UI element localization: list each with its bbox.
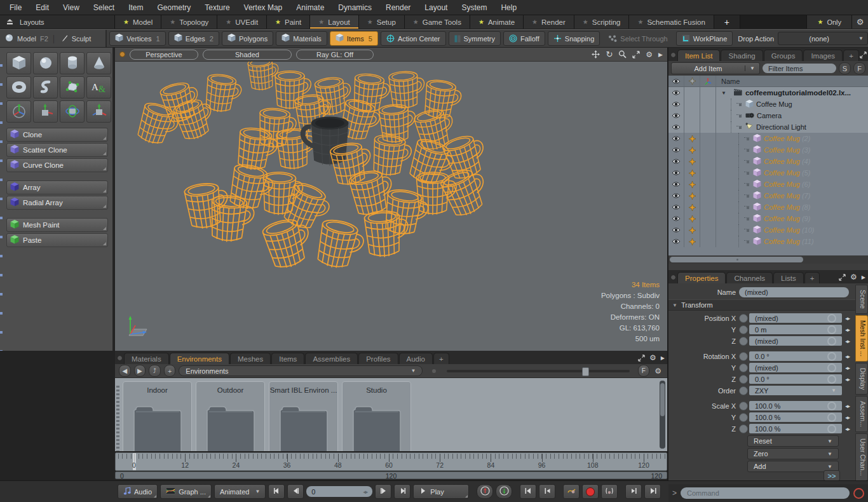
scroll-thumb[interactable] xyxy=(660,383,665,416)
auto-key-up-button[interactable] xyxy=(477,484,493,499)
wireframe-mug[interactable] xyxy=(235,126,280,173)
visibility-toggle[interactable] xyxy=(668,201,684,213)
tool-button-array[interactable]: Array xyxy=(6,180,108,194)
lock-toggle[interactable] xyxy=(684,213,700,224)
mini-slider-arrows[interactable]: ◂▸ xyxy=(842,353,853,360)
properties-tab-+[interactable]: + xyxy=(804,272,820,283)
layout-tab-layout[interactable]: ★Layout xyxy=(310,15,359,29)
shade-mode-button[interactable]: Shaded xyxy=(203,50,292,60)
channel-toggle-icon[interactable] xyxy=(739,413,748,422)
action-center-button[interactable]: Action Center xyxy=(381,31,446,46)
browser-tab-assemblies[interactable]: Assemblies xyxy=(305,353,358,364)
previous-frame-button[interactable] xyxy=(287,484,304,499)
mini-slider-arrows[interactable]: ◂▸ xyxy=(842,403,853,409)
menu-item-view[interactable]: View xyxy=(56,1,86,15)
wireframe-mug[interactable] xyxy=(172,95,218,143)
menu-item-system[interactable]: System xyxy=(454,1,494,15)
value-field[interactable]: 100.0 % xyxy=(749,412,842,422)
item-list-tab-shading[interactable]: Shading xyxy=(721,50,763,61)
symmetry-button[interactable]: Symmetry xyxy=(449,31,501,46)
slider-thumb[interactable] xyxy=(582,367,589,376)
mode-button-polygons[interactable]: Polygons xyxy=(222,31,273,46)
next-frame-button[interactable] xyxy=(375,484,391,499)
browser-tab-profiles[interactable]: Profiles xyxy=(358,353,398,364)
scroll-thumb[interactable] xyxy=(670,257,803,262)
resize-grip[interactable] xyxy=(116,386,119,451)
mode-button-materials[interactable]: Materials xyxy=(276,31,327,46)
item-row-coffee-mug-5-[interactable]: Coffee Mug(5) xyxy=(668,167,868,179)
palette-helix-primitive-button[interactable] xyxy=(33,76,58,98)
current-frame-input[interactable]: 0◂▸ xyxy=(306,486,372,497)
rotate-icon[interactable]: ↻ xyxy=(606,50,613,59)
visibility-toggle[interactable] xyxy=(668,167,684,179)
falloff-button[interactable]: Falloff xyxy=(503,31,545,46)
palette-transform-gizmo-button[interactable] xyxy=(6,100,31,123)
side-tab-scene[interactable]: Scene xyxy=(855,285,868,314)
browser-tab-meshes[interactable]: Meshes xyxy=(230,353,271,364)
mini-slider-arrows[interactable]: ◂▸ xyxy=(842,414,853,421)
transform-reset-button[interactable]: Reset▼ xyxy=(747,435,839,447)
lock-toggle[interactable] xyxy=(684,98,700,110)
menu-item-file[interactable]: File xyxy=(3,1,29,15)
item-row-coffee-mug-11-[interactable]: Coffee Mug(11) xyxy=(668,236,868,247)
item-row-coffee-mug-6-[interactable]: Coffee Mug(6) xyxy=(668,179,868,190)
back-button[interactable]: ◀ xyxy=(119,365,131,377)
item-row-coffee-mug-9-[interactable]: Coffee Mug(9) xyxy=(668,213,868,224)
graph-editor-button[interactable]: Graph ... xyxy=(160,484,212,499)
item-row-camera[interactable]: Camera xyxy=(668,110,868,121)
item-row-coffeemugtutorialmodel02-lx-[interactable]: ▼coffeemugtutorialmodel02.lx... xyxy=(668,87,868,98)
item-row-directional-light[interactable]: Directional Light xyxy=(668,121,868,133)
view-mode-button[interactable]: Perspective xyxy=(130,50,198,60)
side-tab-user-chan-[interactable]: User Chan... xyxy=(855,433,868,481)
lock-toggle[interactable] xyxy=(684,190,700,201)
wireframe-mug[interactable] xyxy=(351,72,391,114)
wireframe-mug[interactable] xyxy=(379,103,417,144)
menu-item-layout[interactable]: Layout xyxy=(417,1,454,15)
properties-tab-properties[interactable]: Properties xyxy=(677,272,726,283)
palette-pen-polygon-tool-button[interactable] xyxy=(60,76,85,98)
visibility-toggle[interactable] xyxy=(668,98,684,110)
browser-tab-audio[interactable]: Audio xyxy=(399,353,433,364)
thumbnail-size-slider[interactable] xyxy=(447,370,630,372)
previous-key-alt-button[interactable] xyxy=(539,484,555,499)
lock-toggle[interactable] xyxy=(684,167,700,179)
layout-tab-animate[interactable]: ★Animate xyxy=(470,15,524,29)
folder-studio[interactable]: Studio xyxy=(342,381,411,451)
channel-toggle-icon[interactable] xyxy=(739,402,748,410)
item-row-coffee-mug-3-[interactable]: Coffee Mug(3) xyxy=(668,144,868,156)
menu-item-render[interactable]: Render xyxy=(379,1,417,15)
timeline-range-bar[interactable]: 0 120 120 xyxy=(115,471,667,479)
menu-item-dynamics[interactable]: Dynamics xyxy=(331,1,379,15)
mini-slider-arrows[interactable]: ◂▸ xyxy=(842,338,853,344)
filter-items-input[interactable]: Filter Items xyxy=(763,64,836,73)
wireframe-mug[interactable] xyxy=(203,73,243,115)
transform-section-header[interactable]: ▼ Transform xyxy=(668,299,855,311)
auto-key-down-button[interactable] xyxy=(496,484,512,499)
channel-toggle-icon[interactable] xyxy=(739,363,748,372)
palette-text-tool-button[interactable]: A& xyxy=(86,76,111,98)
folder-indoor[interactable]: Indoor xyxy=(123,381,192,451)
sculpt-mode-button[interactable]: Sculpt xyxy=(72,35,92,43)
palette-cone-primitive-button[interactable] xyxy=(86,52,111,74)
folder-smart-ibl-environ-[interactable]: Smart IBL Environ ... xyxy=(269,381,338,451)
scope-s-button[interactable]: S xyxy=(839,62,851,74)
name-input[interactable]: (mixed) xyxy=(739,287,849,297)
tool-button-clone[interactable]: Clone xyxy=(6,128,108,142)
channel-toggle-icon[interactable] xyxy=(739,386,748,395)
animated-select[interactable]: Animated▼ xyxy=(214,484,266,499)
layout-tab-render[interactable]: ★Render xyxy=(524,15,574,29)
lock-toggle[interactable] xyxy=(684,224,700,236)
browser-tab-items[interactable]: Items xyxy=(271,353,304,364)
viewport-menu-dot[interactable] xyxy=(119,51,125,57)
visibility-toggle[interactable] xyxy=(668,213,684,224)
item-list-tab-groups[interactable]: Groups xyxy=(764,50,803,61)
palette-cylinder-primitive-button[interactable] xyxy=(60,52,85,74)
item-list-tab-+[interactable]: + xyxy=(843,50,859,61)
lock-toggle[interactable] xyxy=(684,179,700,190)
panel-popout-icon[interactable] xyxy=(860,51,867,58)
add-item-dropdown-arrow[interactable]: ▼ xyxy=(745,65,759,71)
panel-menu-dot[interactable] xyxy=(670,52,676,58)
layout-tab-game-tools[interactable]: ★Game Tools xyxy=(405,15,470,29)
tool-button-radial-array[interactable]: Radial Array xyxy=(6,196,108,210)
mini-slider-arrows[interactable]: ◂▸ xyxy=(842,315,853,322)
